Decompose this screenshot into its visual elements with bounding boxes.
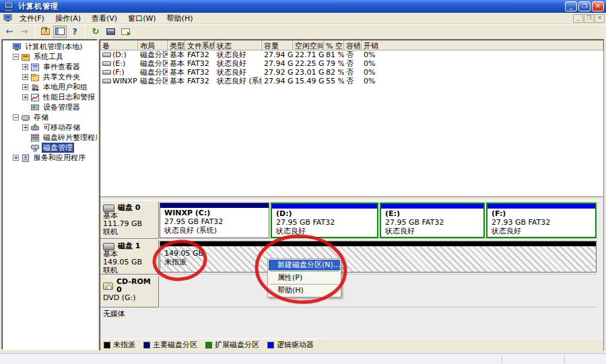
tree-item-services-applications[interactable]: 服务和应用程序	[3, 153, 97, 163]
column-header-capacity[interactable]: 容量	[262, 40, 293, 50]
drive-icon	[102, 61, 111, 66]
legend-unallocated: 未指派	[104, 340, 135, 350]
tree-item-disk-defragmenter[interactable]: 磁盘碎片整理程序	[3, 133, 97, 143]
back-icon: ←	[6, 26, 13, 36]
properties-button[interactable]	[104, 26, 117, 38]
column-header-pctfree[interactable]: % 空闲	[324, 40, 344, 50]
tree-item-removable-storage[interactable]: 可移动存储	[3, 122, 97, 133]
cd-drive-icon	[103, 283, 113, 290]
computer-icon	[4, 2, 13, 11]
partition-c[interactable]: WINXP (C:) 27.95 GB FAT32 状态良好 (系统)	[160, 203, 269, 238]
expand-icon[interactable]	[22, 74, 28, 80]
export-list-icon	[121, 28, 130, 35]
forward-button[interactable]: →	[18, 26, 31, 38]
unallocated-space[interactable]: 149.05 GB 未指派	[160, 241, 597, 272]
column-header-overhead[interactable]: 开销	[362, 40, 603, 50]
toolbar-separator	[85, 26, 86, 37]
cdrom-0-label[interactable]: CD-ROM 0 DVD (G:) 无媒体	[100, 276, 159, 307]
up-folder-icon	[41, 28, 50, 35]
partition-d[interactable]: (D:) 27.95 GB FAT32 状态良好	[271, 203, 378, 238]
disk-1-label[interactable]: 磁盘 1 基本 149.05 GB 联机	[100, 240, 159, 275]
primary-partition-stripe	[160, 203, 269, 208]
taskbar-strip	[0, 353, 606, 364]
users-icon	[30, 83, 40, 92]
disk-0-label[interactable]: 磁盘 0 基本 111.79 GB 联机	[100, 202, 159, 239]
volume-list: 卷 布局 类型 文件系统 状态 容量 空闲空间 % 空闲 容错 开销 (D:) …	[100, 40, 603, 196]
menu-item-help[interactable]: 帮助(H)	[269, 285, 340, 296]
close-button[interactable]: ✕	[592, 1, 604, 11]
menu-separator	[270, 284, 339, 285]
menu-item-new-partition[interactable]: 新建磁盘分区(N)...	[269, 260, 340, 270]
show-console-tree-icon	[55, 28, 65, 35]
unallocated-stripe	[160, 242, 596, 246]
column-header-type[interactable]: 类型	[168, 40, 185, 50]
logical-drive-stripe	[487, 204, 595, 209]
menu-view[interactable]: 查看(V)	[86, 13, 123, 24]
help-icon: ?	[73, 27, 77, 36]
menu-window[interactable]: 窗口(W)	[123, 13, 161, 24]
collapse-icon[interactable]	[13, 54, 19, 60]
tree-item-event-viewer[interactable]: 事件查看器	[3, 62, 97, 72]
column-header-layout[interactable]: 布局	[138, 40, 168, 50]
child-window-icon	[3, 14, 12, 22]
up-button[interactable]	[38, 26, 52, 38]
column-header-volume[interactable]: 卷	[100, 40, 138, 50]
child-close-button[interactable]: ✕	[595, 14, 605, 23]
column-header-status[interactable]: 状态	[215, 40, 262, 50]
title-bar: 计算机管理 _ ❐ ✕	[0, 0, 606, 13]
child-restore-button[interactable]: ❐	[584, 14, 594, 23]
tree-item-device-manager[interactable]: 设备管理器	[3, 102, 97, 112]
removable-storage-icon	[30, 124, 40, 132]
tree-item-storage[interactable]: 存储	[3, 112, 97, 122]
menu-help[interactable]: 帮助(H)	[162, 13, 199, 24]
volume-row-c[interactable]: WINXP (C:) 磁盘分区 基本 FAT32 状态良好 (系统) 27.94…	[100, 77, 603, 85]
partition-e[interactable]: (E:) 27.95 GB FAT32 状态良好	[380, 203, 485, 238]
legend-primary-partition: 主要磁盘分区	[143, 340, 197, 350]
menu-file[interactable]: 文件(F)	[14, 13, 50, 24]
tree-item-computer-management[interactable]: 计算机管理(本地)	[3, 42, 97, 52]
details-pane: 卷 布局 类型 文件系统 状态 容量 空闲空间 % 空闲 容错 开销 (D:) …	[99, 39, 604, 351]
partition-f[interactable]: (F:) 27.93 GB FAT32 状态良好	[486, 203, 597, 238]
help-button[interactable]: ?	[68, 26, 81, 38]
cdrom-0-row: CD-ROM 0 DVD (G:) 无媒体	[100, 276, 603, 307]
legend-extended-partition: 扩展磁盘分区	[205, 340, 259, 350]
expand-icon[interactable]	[22, 94, 28, 100]
minimize-button[interactable]: _	[565, 1, 577, 11]
column-header-fs[interactable]: 文件系统	[185, 40, 215, 50]
tree-item-system-tools[interactable]: 系统工具	[3, 52, 97, 62]
hard-disk-icon	[103, 205, 114, 212]
expand-icon[interactable]	[22, 64, 28, 70]
export-list-button[interactable]	[119, 26, 132, 38]
expand-icon[interactable]	[22, 124, 28, 131]
legend-logical-drive: 逻辑驱动器	[267, 340, 314, 350]
computer-icon	[12, 43, 22, 51]
restore-button[interactable]: ❐	[578, 1, 591, 11]
expand-icon[interactable]	[13, 155, 19, 161]
menu-item-properties[interactable]: 属性(P)	[269, 272, 340, 283]
menu-bar: 文件(F) 操作(A) 查看(V) 窗口(W) 帮助(H) _ ❐ ✕	[0, 13, 606, 24]
expand-icon[interactable]	[22, 84, 28, 90]
tree-item-shared-folders[interactable]: 共享文件夹	[3, 72, 97, 82]
refresh-button[interactable]: ↻	[89, 26, 102, 38]
back-button[interactable]: ←	[3, 26, 16, 38]
collapse-icon[interactable]	[13, 114, 19, 120]
system-tools-icon	[21, 53, 30, 61]
tree-item-local-users-groups[interactable]: 本地用户和组	[3, 82, 97, 92]
disk-1-row: 磁盘 1 基本 149.05 GB 联机 149.05 GB 未指派	[100, 240, 603, 275]
column-header-free[interactable]: 空闲空间	[293, 40, 324, 50]
toolbar: ← → ? ↻	[0, 24, 606, 38]
tree-item-performance-logs[interactable]: 性能日志和警报	[3, 92, 97, 102]
column-header-fault[interactable]: 容错	[344, 40, 362, 50]
menu-action[interactable]: 操作(A)	[50, 13, 86, 24]
logical-drive-stripe	[381, 204, 483, 209]
drive-icon	[102, 79, 111, 83]
console-tree: 计算机管理(本地) 系统工具 事件查看器 共享文件夹 本地用户和组 性能日志和警…	[1, 39, 98, 350]
show-console-tree-button[interactable]	[53, 26, 67, 38]
refresh-icon: ↻	[92, 26, 100, 36]
hard-disk-icon	[103, 243, 114, 250]
shared-folder-icon	[30, 73, 40, 81]
child-minimize-button[interactable]: _	[573, 14, 583, 23]
toolbar-separator	[34, 26, 35, 37]
disk-0-bars: WINXP (C:) 27.95 GB FAT32 状态良好 (系统) (D:)…	[160, 202, 597, 239]
tree-item-disk-management[interactable]: 磁盘管理	[3, 143, 97, 153]
